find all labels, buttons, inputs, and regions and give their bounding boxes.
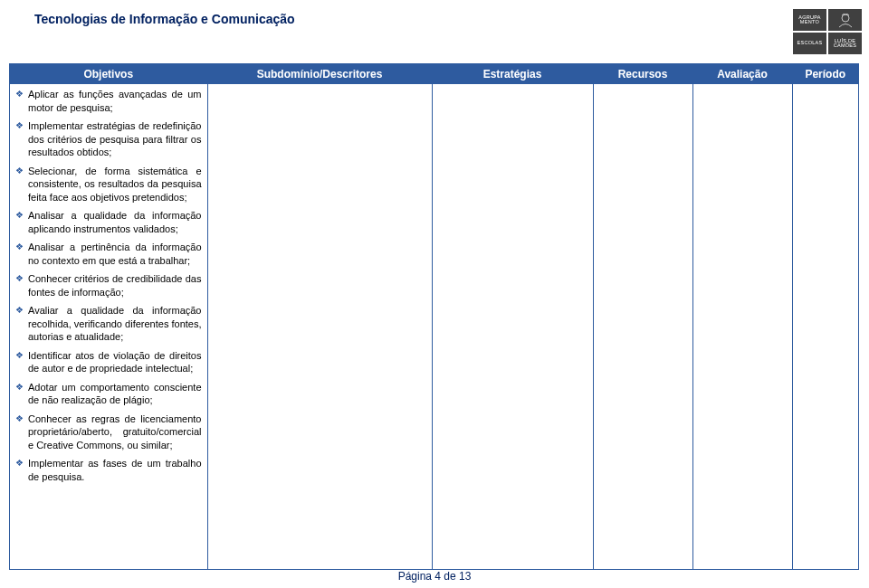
list-item: Selecionar, de forma sistemática e consi…: [15, 165, 202, 210]
logo-text: CAMÕES: [834, 43, 857, 49]
logo-text: ESCOLAS: [797, 41, 822, 46]
document-title: Tecnologias de Informação e Comunicação: [9, 9, 295, 26]
page-footer: Página 4 de 13: [0, 570, 869, 583]
cell-evaluation: [692, 84, 792, 569]
logo-q1: AGRUPA MENTO: [793, 9, 826, 31]
list-item: Identificar atos de violação de direitos…: [15, 349, 202, 381]
list-item: Analisar a pertinência da informação no …: [15, 241, 202, 272]
logo-q4: LUÍS DE CAMÕES: [828, 33, 862, 54]
list-item: Implementar estratégias de redefinição d…: [15, 119, 202, 165]
list-item: Conhecer as regras de licenciamento prop…: [15, 413, 202, 458]
col-subdomain: Subdomínio/Descritores: [207, 64, 432, 84]
list-item: Conhecer critérios de credibilidade das …: [15, 272, 202, 304]
cell-resources: [593, 84, 692, 569]
list-item: Implementar as fases de um trabalho de p…: [15, 457, 202, 488]
logo-q3: ESCOLAS: [793, 33, 826, 54]
school-logo: AGRUPA MENTO ESCOLAS LUÍS DE CAMÕES: [793, 9, 860, 58]
logo-face-icon: [828, 9, 862, 31]
col-resources: Recursos: [593, 64, 692, 84]
cell-strategies: [432, 84, 593, 569]
cell-period: [792, 84, 858, 569]
cell-subdomain: [207, 84, 432, 569]
col-strategies: Estratégias: [432, 64, 593, 84]
logo-text: MENTO: [800, 20, 819, 25]
curriculum-table: Objetivos Subdomínio/Descritores Estraté…: [9, 63, 859, 570]
col-objectives: Objetivos: [10, 64, 207, 84]
col-period: Período: [792, 64, 858, 84]
col-evaluation: Avaliação: [692, 64, 792, 84]
cell-objectives: Aplicar as funções avançadas de um motor…: [10, 84, 207, 569]
list-item: Avaliar a qualidade da informação recolh…: [15, 304, 202, 349]
list-item: Analisar a qualidade da informação aplic…: [15, 209, 202, 241]
list-item: Aplicar as funções avançadas de um motor…: [15, 88, 202, 119]
list-item: Adotar um comportamento consciente de nã…: [15, 381, 202, 413]
svg-point-0: [842, 14, 849, 22]
